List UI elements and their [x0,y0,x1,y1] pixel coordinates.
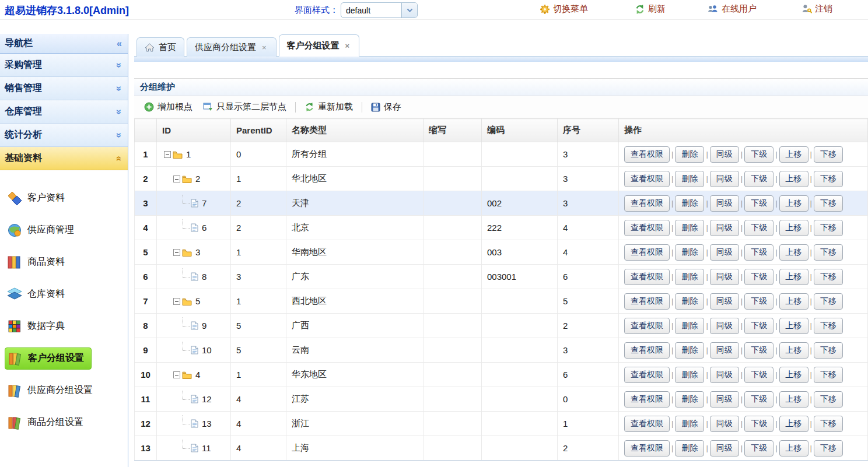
row-action-same-level[interactable]: 同级 [710,269,739,285]
row-action-sub-level[interactable]: 下级 [744,195,774,212]
row-action-move-down[interactable]: 下移 [814,416,843,432]
row-action-move-up[interactable]: 上移 [779,367,808,383]
tree-id-cell[interactable]: 13 [162,419,225,429]
table-row[interactable]: 1 1 0 所有分组 3 查看权限|删除|同级|下级|上移|下移 [135,142,868,167]
tree-id-cell[interactable]: 4 [162,370,225,380]
tree-id-cell[interactable]: 7 [162,198,225,208]
table-row[interactable]: 12 13 4 浙江 1 查看权限|删除|同级|下级|上移|下移 [135,412,868,436]
row-action-view-permissions[interactable]: 查看权限 [624,269,670,285]
row-action-move-down[interactable]: 下移 [814,440,843,457]
row-action-move-up[interactable]: 上移 [779,269,808,285]
table-row[interactable]: 3 7 2 天津 002 3 查看权限|删除|同级|下级|上移|下移 [135,191,868,216]
sidebar-section-sales-mgmt[interactable]: 销售管理 » [0,77,128,100]
row-action-move-up[interactable]: 上移 [779,416,808,432]
online-users-button[interactable]: 在线用户 [707,3,757,15]
row-action-same-level[interactable]: 同级 [710,367,739,383]
row-action-move-down[interactable]: 下移 [814,195,843,212]
table-row[interactable]: 4 6 2 北京 222 4 查看权限|删除|同级|下级|上移|下移 [135,216,868,240]
sidebar-item-product-group-settings[interactable]: 商品分组设置 [0,406,128,438]
refresh-button[interactable]: 刷新 [635,3,666,15]
tree-id-cell[interactable]: 6 [162,223,225,233]
row-action-same-level[interactable]: 同级 [710,342,739,359]
row-action-same-level[interactable]: 同级 [710,195,739,212]
collapse-expander-icon[interactable] [173,371,180,378]
row-action-move-down[interactable]: 下移 [814,146,843,163]
table-row[interactable]: 6 8 3 广东 003001 6 查看权限|删除|同级|下级|上移|下移 [135,265,868,289]
row-action-sub-level[interactable]: 下级 [744,416,774,432]
row-action-view-permissions[interactable]: 查看权限 [624,318,670,334]
row-action-delete[interactable]: 删除 [675,171,704,187]
row-action-delete[interactable]: 删除 [675,269,704,285]
row-action-same-level[interactable]: 同级 [710,318,739,334]
row-action-same-level[interactable]: 同级 [710,440,739,457]
sidebar-section-warehouse-mgmt[interactable]: 仓库管理 » [0,100,128,124]
sidebar-item-product-data[interactable]: 商品资料 [0,246,128,278]
row-action-move-up[interactable]: 上移 [779,342,808,359]
logout-button[interactable]: 注销 [801,3,832,15]
row-action-delete[interactable]: 删除 [675,146,704,163]
row-action-view-permissions[interactable]: 查看权限 [624,293,670,310]
tree-id-cell[interactable]: 1 [162,149,225,159]
sidebar-item-supplier-group-settings[interactable]: 供应商分组设置 [0,374,128,406]
tree-id-cell[interactable]: 10 [162,345,225,355]
tree-id-cell[interactable]: 11 [162,443,225,453]
row-action-sub-level[interactable]: 下级 [744,171,774,187]
row-action-same-level[interactable]: 同级 [710,244,739,261]
row-action-sub-level[interactable]: 下级 [744,244,774,261]
row-action-move-up[interactable]: 上移 [779,195,808,212]
row-action-move-down[interactable]: 下移 [814,318,843,334]
sidebar-item-warehouse-data[interactable]: 仓库资料 [0,278,128,310]
row-action-sub-level[interactable]: 下级 [744,146,774,163]
tab-supplier-group-settings[interactable]: 供应商分组设置 × [187,37,276,57]
collapse-expander-icon[interactable] [173,249,180,256]
row-action-view-permissions[interactable]: 查看权限 [624,342,670,359]
row-action-same-level[interactable]: 同级 [710,416,739,432]
chevron-down-icon[interactable] [401,3,417,17]
table-row[interactable]: 2 2 1 华北地区 3 查看权限|删除|同级|下级|上移|下移 [135,167,868,191]
sidebar-item-supplier-mgmt[interactable]: 供应商管理 [0,214,128,246]
row-action-same-level[interactable]: 同级 [710,146,739,163]
row-action-move-up[interactable]: 上移 [779,244,808,261]
tab-customer-group-settings[interactable]: 客户分组设置 × [279,34,360,57]
tree-id-cell[interactable]: 9 [162,321,225,331]
tree-id-cell[interactable]: 3 [162,247,225,257]
close-tab-icon[interactable]: × [260,43,268,52]
row-action-move-up[interactable]: 上移 [779,220,808,236]
row-action-delete[interactable]: 删除 [675,391,704,408]
row-action-delete[interactable]: 删除 [675,244,704,261]
save-button[interactable]: 保存 [366,99,407,115]
tree-id-cell[interactable]: 12 [162,394,225,404]
table-row[interactable]: 7 5 1 西北地区 5 查看权限|删除|同级|下级|上移|下移 [135,289,868,314]
row-action-view-permissions[interactable]: 查看权限 [624,244,670,261]
row-action-sub-level[interactable]: 下级 [744,367,774,383]
row-action-view-permissions[interactable]: 查看权限 [624,391,670,408]
row-action-move-down[interactable]: 下移 [814,293,843,310]
sidebar-section-purchase-mgmt[interactable]: 采购管理 » [0,54,128,77]
row-action-sub-level[interactable]: 下级 [744,293,774,310]
row-action-move-down[interactable]: 下移 [814,391,843,408]
row-action-move-up[interactable]: 上移 [779,293,808,310]
row-action-view-permissions[interactable]: 查看权限 [624,146,670,163]
table-row[interactable]: 8 9 5 广西 2 查看权限|删除|同级|下级|上移|下移 [135,314,868,338]
row-action-move-down[interactable]: 下移 [814,367,843,383]
row-action-sub-level[interactable]: 下级 [744,440,774,457]
sidebar-item-customer-data[interactable]: 客户资料 [0,182,128,214]
close-tab-icon[interactable]: × [344,41,352,50]
table-row[interactable]: 5 3 1 华南地区 003 4 查看权限|删除|同级|下级|上移|下移 [135,240,868,265]
row-action-view-permissions[interactable]: 查看权限 [624,171,670,187]
row-action-move-down[interactable]: 下移 [814,220,843,236]
table-row[interactable]: 11 12 4 江苏 0 查看权限|删除|同级|下级|上移|下移 [135,387,868,412]
row-action-sub-level[interactable]: 下级 [744,391,774,408]
sidebar-item-data-dictionary[interactable]: 数据字典 [0,310,128,342]
row-action-move-up[interactable]: 上移 [779,171,808,187]
tree-id-cell[interactable]: 5 [162,296,225,306]
show-second-level-button[interactable]: 只显示第二层节点 [198,99,292,115]
sidebar-section-base-data[interactable]: 基础资料 « [0,147,128,170]
collapse-expander-icon[interactable] [173,298,180,305]
row-action-move-down[interactable]: 下移 [814,171,843,187]
add-root-button[interactable]: 增加根点 [139,99,198,115]
row-action-same-level[interactable]: 同级 [710,220,739,236]
row-action-move-down[interactable]: 下移 [814,244,843,261]
row-action-sub-level[interactable]: 下级 [744,342,774,359]
style-select[interactable]: default [341,2,418,18]
